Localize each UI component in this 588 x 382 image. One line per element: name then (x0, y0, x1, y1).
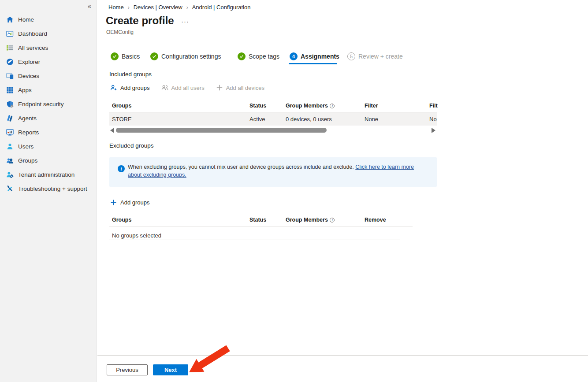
cell-group-members: 0 devices, 0 users (286, 116, 332, 122)
cell-status: Active (249, 116, 265, 122)
breadcrumb: Home › Devices | Overview › Android | Co… (108, 4, 250, 11)
tab-basics[interactable]: Basics (111, 52, 140, 60)
add-all-users-button[interactable]: Add all users (161, 84, 205, 91)
cell-filter-mode: No (429, 116, 437, 122)
footer-divider (97, 355, 588, 356)
included-groups-table: Groups Status Group Membersi Filter Filt… (109, 100, 437, 126)
breadcrumb-android-configuration[interactable]: Android | Configuration (192, 4, 251, 11)
sidebar-item-label: Explorer (18, 59, 40, 65)
tab-configuration-settings[interactable]: Configuration settings (150, 52, 221, 60)
breadcrumb-home[interactable]: Home (108, 4, 124, 11)
empty-state-text: No groups selected (112, 232, 161, 239)
step-number-badge: 4 (290, 52, 298, 60)
home-icon (6, 16, 14, 23)
sidebar-item-explorer[interactable]: Explorer (0, 55, 97, 69)
info-icon: i (118, 165, 125, 172)
column-status: Status (249, 217, 266, 223)
sidebar-item-dashboard[interactable]: Dashboard (0, 26, 97, 41)
groups-icon (6, 157, 14, 164)
sidebar-item-label: Tenant administration (18, 171, 74, 178)
previous-button[interactable]: Previous (107, 364, 148, 375)
sidebar-item-label: Devices (18, 73, 39, 79)
excluded-add-groups-label: Add groups (120, 199, 150, 206)
tab-label: Configuration settings (161, 53, 221, 60)
sidebar-item-tenant-administration[interactable]: Tenant administration (0, 167, 97, 182)
sidebar-item-apps[interactable]: Apps (0, 83, 97, 97)
reports-icon (6, 129, 14, 136)
check-icon (111, 52, 119, 60)
sidebar-item-home[interactable]: Home (0, 12, 97, 26)
check-icon (238, 52, 246, 60)
annotation-arrow-icon (181, 343, 245, 382)
people-icon (161, 84, 168, 91)
column-group-members: Group Membersi (286, 217, 335, 223)
sidebar-item-label: All services (18, 45, 48, 51)
add-all-users-label: Add all users (171, 85, 205, 91)
scrollbar-thumb[interactable] (116, 128, 327, 133)
info-tooltip-icon[interactable]: i (330, 218, 335, 223)
column-groups: Groups (112, 217, 131, 223)
horizontal-scrollbar[interactable] (109, 127, 437, 134)
included-groups-toolbar: Add groups Add all users Add all devices (110, 84, 264, 91)
sidebar-item-reports[interactable]: Reports (0, 125, 97, 139)
sidebar-item-label: Agents (18, 115, 37, 122)
table-header-row: Groups Status Group Membersi Filter Filt (109, 100, 437, 112)
scroll-right-icon[interactable] (432, 128, 435, 133)
sidebar-item-label: Reports (18, 129, 39, 136)
info-banner-text: When excluding groups, you cannot mix us… (128, 163, 428, 179)
sidebar-item-agents[interactable]: Agents (0, 111, 97, 125)
sidebar-item-troubleshooting[interactable]: Troubleshooting + support (0, 182, 97, 196)
tab-assignments[interactable]: 4 Assignments (290, 52, 339, 60)
add-all-devices-button[interactable]: Add all devices (216, 84, 264, 91)
next-button[interactable]: Next (153, 364, 188, 375)
column-filter: Filter (365, 103, 378, 109)
sidebar-item-label: Home (18, 16, 34, 23)
tab-label: Assignments (301, 53, 339, 60)
cell-filter: None (365, 116, 378, 122)
column-groups: Groups (112, 103, 131, 109)
breadcrumb-devices-overview[interactable]: Devices | Overview (134, 4, 182, 11)
sidebar-item-label: Apps (18, 87, 32, 93)
tab-label: Scope tags (249, 53, 279, 60)
sidebar-item-all-services[interactable]: All services (0, 41, 97, 55)
sidebar-item-endpoint-security[interactable]: Endpoint security (0, 97, 97, 111)
sidebar-item-users[interactable]: Users (0, 139, 97, 153)
info-tooltip-icon[interactable]: i (330, 104, 335, 108)
empty-table-row: No groups selected (109, 226, 437, 240)
tab-label: Basics (122, 53, 140, 60)
endpoint-security-icon (6, 100, 14, 108)
sidebar-nav: Home Dashboard All services (0, 12, 97, 196)
breadcrumb-separator: › (128, 4, 130, 11)
cell-group-name: STORE (112, 116, 132, 122)
sidebar-item-groups[interactable]: Groups (0, 153, 97, 167)
users-icon (6, 143, 14, 150)
tab-scope-tags[interactable]: Scope tags (238, 52, 279, 60)
add-person-icon (110, 84, 117, 91)
column-remove: Remove (365, 217, 386, 223)
dashboard-icon (6, 30, 14, 37)
tab-review-create[interactable]: 5 Review + create (347, 52, 403, 60)
sidebar-item-devices[interactable]: Devices (0, 69, 97, 83)
more-options-icon[interactable]: ··· (181, 18, 189, 25)
excluded-groups-heading: Excluded groups (109, 142, 154, 149)
active-tab-underline (289, 63, 337, 64)
devices-icon (6, 72, 14, 80)
column-group-members: Group Membersi (286, 103, 335, 109)
main-content: Home › Devices | Overview › Android | Co… (97, 0, 588, 382)
sidebar-item-label: Endpoint security (18, 101, 64, 108)
sidebar-collapse-icon[interactable]: « (88, 2, 91, 10)
sidebar: « Home Dashboard (0, 0, 97, 382)
agents-icon (6, 115, 14, 122)
create-profile-page: « Home Dashboard (0, 0, 588, 382)
scroll-left-icon[interactable] (110, 128, 114, 133)
excluded-add-groups-button[interactable]: Add groups (110, 199, 150, 206)
breadcrumb-separator: › (186, 4, 188, 11)
page-title: Create profile (106, 15, 174, 27)
page-subtitle: OEMConfig (106, 29, 134, 35)
column-filter-mode: Filt (429, 103, 438, 109)
table-row[interactable]: STORE Active 0 devices, 0 users None No (109, 112, 437, 126)
info-banner: i When excluding groups, you cannot mix … (109, 157, 437, 187)
add-all-devices-label: Add all devices (226, 85, 264, 91)
add-groups-button[interactable]: Add groups (110, 84, 150, 91)
explorer-icon (6, 58, 14, 66)
